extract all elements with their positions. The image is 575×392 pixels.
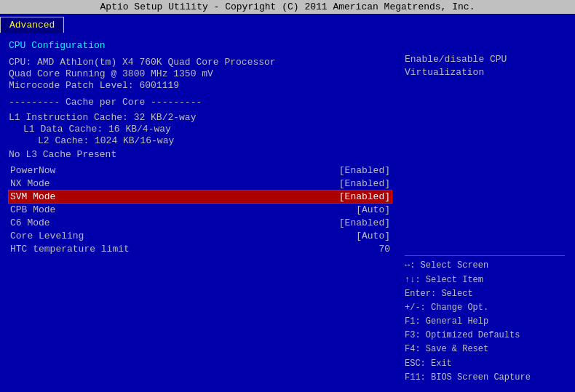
key-help-line: ESC: Exit [405,357,565,371]
key-help-line: ↑↓: Select Item [405,273,565,287]
cpu-speed: Quad Core Running @ 3800 MHz 1350 mV [9,68,392,79]
title-text: Aptio Setup Utility - Copyright (C) 2011… [100,1,475,12]
title-bar: Aptio Setup Utility - Copyright (C) 2011… [0,0,575,14]
main-content: CPU Configuration CPU: AMD Athlon(tm) X4… [0,33,575,392]
key-help-line: ↔: Select Screen [405,259,565,273]
c6-mode-label: C6 Mode [10,217,50,228]
tab-bar[interactable]: Advanced [0,14,575,33]
nx-mode-value: [Enabled] [339,178,390,189]
cache-separator: --------- Cache per Core --------- [9,97,392,108]
l1-data-cache: L1 Data Cache: 16 KB/4-way [9,124,392,135]
core-leveling-value: [Auto] [356,231,390,241]
section-title: CPU Configuration [9,40,392,51]
powernow-label: PowerNow [10,165,55,176]
right-panel: Enable/disable CPU Virtualization ↔: Sel… [397,36,572,389]
l1-instruction-cache: L1 Instruction Cache: 32 KB/2-way [9,112,392,123]
divider [405,255,565,256]
microcode: Microcode Patch Level: 6001119 [9,80,392,91]
htc-temp-value: 70 [378,244,390,255]
svm-mode-label: SVM Mode [10,191,55,202]
l2-cache: L2 Cache: 1024 KB/16-way [9,135,392,146]
key-help-line: F3: Optimized Defaults [405,329,565,343]
cpb-mode-value: [Auto] [356,204,390,215]
svm-mode-value: [Enabled] [339,191,390,202]
left-panel: CPU Configuration CPU: AMD Athlon(tm) X4… [3,36,397,389]
key-help: ↔: Select Screen↑↓: Select ItemEnter: Se… [405,259,565,385]
help-text: Enable/disable CPU Virtualization [405,40,565,80]
nx-mode-label: NX Mode [10,178,50,189]
powernow-row[interactable]: PowerNow [Enabled] [9,164,392,177]
c6-mode-row[interactable]: C6 Mode [Enabled] [9,217,392,229]
key-help-line: F11: BIOS Screen Capture [405,371,565,385]
nx-mode-row[interactable]: NX Mode [Enabled] [9,177,392,190]
svm-mode-row[interactable]: SVM Mode [Enabled] [9,191,392,203]
htc-temp-row[interactable]: HTC temperature limit 70 [9,243,392,255]
powernow-value: [Enabled] [339,165,390,176]
key-help-line: +/-: Change Opt. [405,301,565,315]
cpb-mode-label: CPB Mode [10,204,55,215]
no-l3-cache: No L3 Cache Present [9,149,392,160]
c6-mode-value: [Enabled] [339,217,390,228]
key-help-line: F4: Save & Reset [405,343,565,356]
htc-temp-label: HTC temperature limit [10,244,130,255]
tab-advanced[interactable]: Advanced [0,17,64,33]
config-rows: PowerNow [Enabled] NX Mode [Enabled] SVM… [9,164,392,255]
core-leveling-label: Core Leveling [10,231,84,241]
key-help-line: F1: General Help [405,315,565,329]
bios-screen: Aptio Setup Utility - Copyright (C) 2011… [0,0,575,392]
cpb-mode-row[interactable]: CPB Mode [Auto] [9,204,392,216]
key-help-line: Enter: Select [405,287,565,301]
cpu-model: CPU: AMD Athlon(tm) X4 760K Quad Core Pr… [9,57,392,68]
core-leveling-row[interactable]: Core Leveling [Auto] [9,230,392,242]
